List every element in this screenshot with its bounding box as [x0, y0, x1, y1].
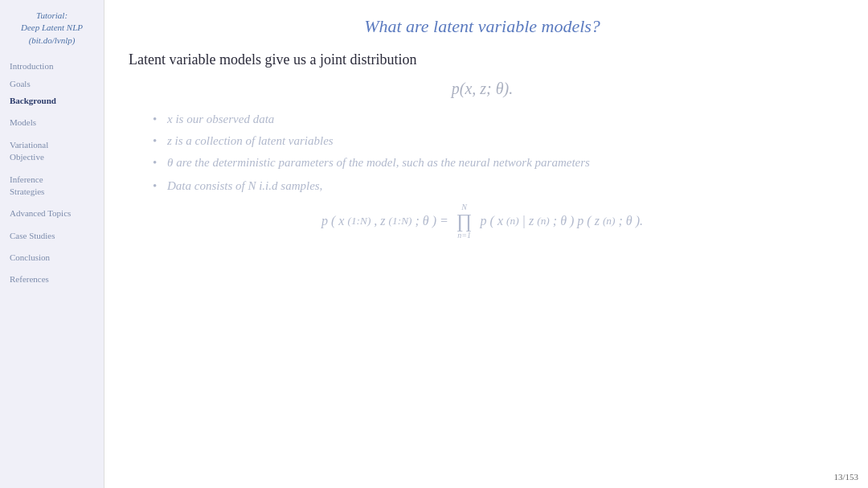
formula-joint: p(x, z; θ). [129, 80, 836, 98]
bullet-x: x is our observed data [153, 113, 836, 126]
sidebar-item-references[interactable]: References [6, 271, 97, 288]
bullet-z: z is a collection of latent variables [153, 134, 836, 148]
sidebar-item-conclusion[interactable]: Conclusion [6, 249, 97, 266]
data-bullet-list: Data consists of N i.i.d samples, [153, 179, 836, 193]
sidebar-item-introduction[interactable]: Introduction [6, 58, 97, 75]
sidebar-title: Tutorial: Deep Latent NLP (bit.do/lvnlp) [6, 10, 97, 47]
sidebar: Tutorial: Deep Latent NLP (bit.do/lvnlp)… [0, 0, 104, 488]
intro-text: Latent variable models give us a joint d… [129, 51, 836, 68]
sidebar-item-advanced-topics[interactable]: Advanced Topics [6, 205, 97, 222]
bullet-theta: θ are the deterministic parameters of th… [153, 156, 836, 170]
bullet-data: Data consists of N i.i.d samples, [153, 179, 836, 193]
sidebar-item-models[interactable]: Models [6, 114, 97, 131]
sidebar-item-case-studies[interactable]: Case Studies [6, 228, 97, 244]
bullet-list: x is our observed data z is a collection… [153, 113, 836, 170]
page-number: 13/153 [833, 472, 858, 482]
formula-product: p(x(1:N), z(1:N); θ) = N ∏ n=1 p(x(n) | … [129, 203, 836, 240]
slide-title: What are latent variable models? [129, 16, 836, 37]
slide-content: What are latent variable models? Latent … [104, 0, 868, 488]
sidebar-item-variational-objective[interactable]: Variational Objective [6, 137, 97, 166]
sidebar-item-goals[interactable]: Goals [6, 76, 97, 92]
sidebar-item-inference-strategies[interactable]: Inference Strategies [6, 171, 97, 201]
sidebar-item-background[interactable]: Background [6, 92, 97, 109]
